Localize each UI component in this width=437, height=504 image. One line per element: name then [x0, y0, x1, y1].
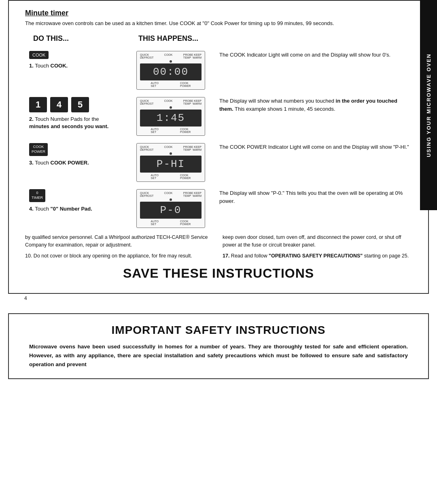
safety-item10-text: 10. Do not cover or block any opening on…	[25, 253, 192, 259]
label-auto-set-2: AUTOSET	[151, 128, 159, 133]
display-1-dot	[170, 60, 172, 63]
display-2-screen: 1:45	[140, 110, 202, 127]
label-cook-power-1: COOKPOWER	[180, 82, 191, 87]
display-4: QUICKDEFROST COOK PROBE KEEPTEMP WARM P-…	[136, 189, 205, 228]
safety-item17-right-text: keep oven door closed, turn oven off, an…	[223, 234, 401, 248]
label-probe-keep-2: PROBE KEEPTEMP WARM	[183, 99, 202, 105]
label-auto-set-4: AUTOSET	[151, 220, 159, 226]
bottom-section: IMPORTANT SAFETY INSTRUCTIONS Microwave …	[8, 313, 429, 379]
safety-item17: 17. Read and follow "OPERATING SAFETY PR…	[223, 252, 412, 260]
label-auto-set-3: AUTOSET	[151, 174, 159, 179]
label-quick-defrost-4: QUICKDEFROST	[140, 192, 153, 197]
key-4: 4	[50, 97, 68, 112]
display-4-screen: P-0	[140, 202, 202, 219]
safety-item10: 10. Do not cover or block any opening on…	[25, 252, 214, 260]
label-cook-3: COOK	[164, 146, 173, 151]
header-section: Minute timer The microwave oven controls…	[25, 9, 412, 51]
key-1: 1	[29, 97, 47, 112]
step-4-left: 0TIMER 4. Touch "0" Number Pad.	[25, 189, 130, 213]
display-3-dot	[170, 152, 172, 155]
step-1-description: The COOK Indicator Light will come on an…	[211, 51, 412, 59]
step-3-left: COOKPOWER 3. Touch COOK POWER.	[25, 143, 130, 167]
label-cook-power-3: COOKPOWER	[180, 174, 191, 179]
step-2-display: QUICKDEFROST COOK PROBE KEEPTEMP WARM 1:…	[130, 97, 211, 136]
label-quick-defrost-1: QUICKDEFROST	[140, 53, 153, 59]
step-2: 1 4 5 2. Touch Number Pads for theminute…	[25, 97, 412, 136]
display-2-value: 1:45	[157, 112, 185, 124]
step-2-left: 1 4 5 2. Touch Number Pads for theminute…	[25, 97, 130, 130]
safety-item17-right: keep oven door closed, turn oven off, an…	[223, 234, 412, 249]
step-2-label: 2. Touch Number Pads for theminutes and …	[29, 116, 130, 130]
side-tab-text: USING YOUR MICROWAVE OVEN	[426, 53, 432, 157]
label-probe-keep-3: PROBE KEEPTEMP WARM	[183, 146, 202, 151]
key-5: 5	[71, 97, 89, 112]
step-4-label: 4. Touch "0" Number Pad.	[29, 205, 130, 213]
label-cook-4: COOK	[164, 192, 173, 197]
display-4-dot	[170, 198, 172, 201]
display-1-bottom-labels: AUTOSET COOKPOWER	[140, 82, 202, 87]
cook-key-1: COOK	[29, 51, 49, 59]
label-auto-set-1: AUTOSET	[151, 82, 159, 87]
display-2-bottom-labels: AUTOSET COOKPOWER	[140, 128, 202, 133]
important-safety-body-text: Microwave ovens have been used successfu…	[29, 344, 408, 367]
display-3-value: P-HI	[157, 158, 185, 170]
display-4-top-labels: QUICKDEFROST COOK PROBE KEEPTEMP WARM	[140, 192, 202, 197]
safety-text-para1: by qualified service personnel. Call a W…	[25, 234, 214, 249]
label-quick-defrost-2: QUICKDEFROST	[140, 99, 153, 105]
label-quick-defrost-3: QUICKDEFROST	[140, 146, 153, 151]
timer-key: 0TIMER	[29, 189, 45, 202]
label-cook-2: COOK	[164, 99, 173, 105]
display-3-bottom-labels: AUTOSET COOKPOWER	[140, 174, 202, 179]
important-safety-body: Microwave ovens have been used successfu…	[29, 342, 408, 369]
cook-power-key: COOKPOWER	[29, 143, 48, 156]
label-cook-1: COOK	[164, 53, 173, 59]
label-probe-keep-1: PROBE KEEPTEMP WARM	[183, 53, 202, 59]
display-3: QUICKDEFROST COOK PROBE KEEPTEMP WARM P-…	[136, 143, 205, 182]
display-1: QUICKDEFROST COOK PROBE KEEPTEMP WARM 00…	[136, 51, 205, 90]
column-headers: DO THIS... THIS HAPPENS...	[25, 34, 412, 43]
label-cook-power-2: COOKPOWER	[180, 128, 191, 133]
step-3-label: 3. Touch COOK POWER.	[29, 159, 130, 167]
main-content: Minute timer The microwave oven controls…	[8, 0, 429, 294]
display-1-top-labels: QUICKDEFROST COOK PROBE KEEPTEMP WARM	[140, 53, 202, 59]
display-4-bottom-labels: AUTOSET COOKPOWER	[140, 220, 202, 226]
steps-container: COOK 1. Touch COOK. QUICKDEFROST COOK PR…	[25, 51, 412, 228]
safety-mixed-block: by qualified service personnel. Call a W…	[25, 234, 412, 259]
col-do-this: DO THIS...	[33, 34, 138, 43]
display-1-value: 00:00	[153, 66, 189, 78]
step-2-description: The Display will show what numbers you t…	[211, 97, 412, 113]
save-instructions: SAVE THESE INSTRUCTIONS	[25, 266, 412, 281]
side-tab: USING YOUR MICROWAVE OVEN	[420, 0, 437, 210]
col-this-happens: THIS HAPPENS...	[138, 34, 198, 43]
display-3-screen: P-HI	[140, 156, 202, 173]
label-cook-power-4: COOKPOWER	[180, 220, 191, 226]
step-4: 0TIMER 4. Touch "0" Number Pad. QUICKDEF…	[25, 189, 412, 228]
step-3: COOKPOWER 3. Touch COOK POWER. QUICKDEFR…	[25, 143, 412, 182]
page-title: Minute timer	[25, 9, 412, 17]
safety-para1-text: by qualified service personnel. Call a W…	[25, 234, 208, 248]
step-4-description: The Display will show "P-0." This tells …	[211, 189, 412, 205]
step-1-left: COOK 1. Touch COOK.	[25, 51, 130, 70]
step-3-description: The COOK POWER Indicator Light will come…	[211, 143, 412, 151]
step-1-label: 1. Touch COOK.	[29, 62, 130, 70]
safety-right-col: keep oven door closed, turn oven off, an…	[223, 234, 412, 259]
display-2-dot	[170, 106, 172, 109]
important-safety-title: IMPORTANT SAFETY INSTRUCTIONS	[29, 324, 408, 337]
page-number: 4	[24, 295, 437, 301]
display-1-screen: 00:00	[140, 63, 202, 80]
number-keys-row: 1 4 5	[29, 97, 130, 112]
display-2-top-labels: QUICKDEFROST COOK PROBE KEEPTEMP WARM	[140, 99, 202, 105]
label-probe-keep-4: PROBE KEEPTEMP WARM	[183, 192, 202, 197]
step-4-display: QUICKDEFROST COOK PROBE KEEPTEMP WARM P-…	[130, 189, 211, 228]
safety-left-col: by qualified service personnel. Call a W…	[25, 234, 214, 259]
display-2: QUICKDEFROST COOK PROBE KEEPTEMP WARM 1:…	[136, 97, 205, 136]
step-3-display: QUICKDEFROST COOK PROBE KEEPTEMP WARM P-…	[130, 143, 211, 182]
step-1-display: QUICKDEFROST COOK PROBE KEEPTEMP WARM 00…	[130, 51, 211, 90]
step-1: COOK 1. Touch COOK. QUICKDEFROST COOK PR…	[25, 51, 412, 90]
display-4-value: P-0	[160, 204, 182, 216]
display-3-top-labels: QUICKDEFROST COOK PROBE KEEPTEMP WARM	[140, 146, 202, 151]
header-description: The microwave oven controls can be used …	[25, 20, 412, 27]
